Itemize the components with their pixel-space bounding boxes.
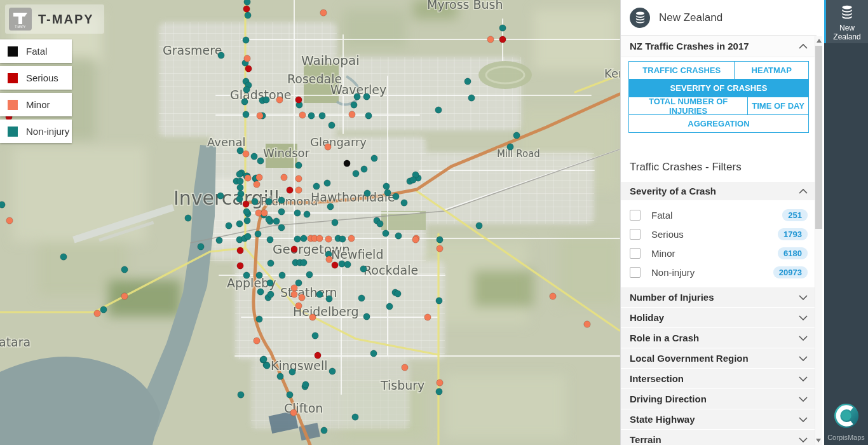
crash-dot-non_injury[interactable] — [217, 193, 224, 199]
crash-dot-non_injury[interactable] — [264, 362, 270, 369]
crash-dot-non_injury[interactable] — [278, 209, 285, 215]
button-severity-of-crashes[interactable]: SEVERITY OF CRASHES — [628, 79, 809, 97]
crash-dot-non_injury[interactable] — [351, 102, 357, 108]
crash-dot-non_injury[interactable] — [241, 99, 248, 105]
crash-dot-non_injury[interactable] — [324, 180, 330, 186]
crash-dot-minor[interactable] — [309, 314, 316, 320]
crash-dot-non_injury[interactable] — [294, 210, 301, 216]
crash-dot-non_injury[interactable] — [384, 189, 391, 196]
crash-dot-minor[interactable] — [291, 291, 297, 298]
crash-dot-minor[interactable] — [325, 236, 332, 242]
crash-dot-minor[interactable] — [437, 245, 443, 252]
crash-dot-non_injury[interactable] — [243, 37, 249, 43]
crash-dot-serious[interactable] — [243, 201, 249, 207]
checkbox-serious[interactable] — [630, 229, 641, 240]
crash-dot-non_injury[interactable] — [401, 200, 407, 206]
checkbox-fatal[interactable] — [630, 210, 641, 221]
crash-dot-non_injury[interactable] — [236, 221, 243, 227]
crash-dot-non_injury[interactable] — [252, 198, 258, 205]
crash-dot-non_injury[interactable] — [358, 295, 365, 301]
section-driving-direction[interactable]: Driving Direction — [621, 389, 817, 409]
crash-dot-non_injury[interactable] — [255, 231, 261, 237]
crash-dot-serious[interactable] — [332, 262, 338, 268]
crash-dot-minor[interactable] — [261, 210, 268, 216]
crash-dot-non_injury[interactable] — [245, 12, 251, 18]
crash-dot-minor[interactable] — [291, 285, 297, 291]
crash-dot-non_injury[interactable] — [60, 254, 67, 260]
crash-dot-non_injury[interactable] — [329, 368, 336, 374]
crash-dot-non_injury[interactable] — [354, 93, 360, 100]
crash-dot-non_injury[interactable] — [278, 197, 285, 203]
button-aggregation[interactable]: AGGREGATION — [628, 114, 809, 133]
crash-dot-non_injury[interactable] — [243, 272, 250, 278]
crash-dot-non_injury[interactable] — [278, 224, 285, 231]
crash-dot-serious[interactable] — [245, 65, 252, 72]
crash-dot-minor[interactable] — [276, 97, 283, 103]
crash-dot-non_injury[interactable] — [465, 78, 471, 85]
crash-dot-minor[interactable] — [121, 293, 128, 299]
crash-dot-non_injury[interactable] — [363, 93, 370, 100]
dataset-item-new-zealand[interactable]: New Zealand — [824, 0, 868, 43]
crash-dot-non_injury[interactable] — [319, 113, 325, 119]
crash-dot-non_injury[interactable] — [435, 107, 442, 113]
crash-dot-non_injury[interactable] — [279, 272, 285, 278]
crash-dot-non_injury[interactable] — [363, 313, 370, 320]
crash-dot-minor[interactable] — [290, 409, 297, 416]
button-heatmap[interactable]: HEATMAP — [734, 61, 809, 79]
crash-dot-non_injury[interactable] — [243, 111, 249, 118]
crash-dot-minor[interactable] — [295, 175, 302, 182]
crash-dot-minor[interactable] — [295, 303, 302, 309]
crash-dot-serious[interactable] — [499, 36, 506, 43]
crash-dot-non_injury[interactable] — [393, 193, 399, 200]
crash-dot-minor[interactable] — [325, 144, 331, 150]
crash-dot-non_injury[interactable] — [295, 162, 302, 168]
crash-dot-non_injury[interactable] — [301, 259, 307, 266]
crash-dot-non_injury[interactable] — [100, 306, 107, 313]
crash-dot-non_injury[interactable] — [273, 218, 280, 224]
crash-dot-minor[interactable] — [326, 256, 332, 263]
crash-dot-non_injury[interactable] — [257, 289, 264, 295]
crash-dot-minor[interactable] — [437, 380, 443, 386]
crash-dot-minor[interactable] — [245, 175, 251, 181]
crash-dot-non_injury[interactable] — [395, 291, 401, 297]
crash-dot-non_injury[interactable] — [410, 177, 416, 183]
crash-dot-minor[interactable] — [299, 294, 305, 301]
crash-dot-non_injury[interactable] — [251, 153, 257, 160]
crash-dot-non_injury[interactable] — [277, 373, 283, 380]
crash-dot-non_injury[interactable] — [339, 236, 346, 242]
crash-dot-non_injury[interactable] — [243, 209, 250, 215]
crash-dot-minor[interactable] — [299, 112, 306, 118]
crash-dot-minor[interactable] — [254, 181, 260, 188]
crash-dot-non_injury[interactable] — [218, 52, 224, 58]
section-intersection[interactable]: Intersection — [621, 369, 817, 388]
crash-dot-non_injury[interactable] — [304, 211, 310, 217]
crash-dot-non_injury[interactable] — [468, 95, 475, 101]
section-state-highway[interactable]: State Highway — [621, 409, 817, 429]
crash-dot-minor[interactable] — [349, 111, 355, 118]
crash-dot-non_injury[interactable] — [256, 316, 262, 322]
crash-dot-non_injury[interactable] — [507, 144, 513, 150]
crash-dot-non_injury[interactable] — [344, 261, 351, 268]
section-severity-of-a-crash[interactable]: Severity of a Crash — [621, 182, 817, 200]
crash-dot-serious[interactable] — [237, 263, 243, 269]
crash-dot-minor[interactable] — [487, 36, 494, 43]
crash-dot-minor[interactable] — [257, 113, 263, 119]
crash-dot-non_injury[interactable] — [353, 170, 359, 177]
crash-dot-non_injury[interactable] — [244, 217, 250, 224]
crash-dot-non_injury[interactable] — [513, 132, 520, 139]
crash-dot-non_injury[interactable] — [256, 272, 262, 278]
crash-dot-non_injury[interactable] — [329, 122, 335, 128]
crash-dot-non_injury[interactable] — [437, 236, 443, 243]
crash-dot-minor[interactable] — [402, 364, 408, 371]
crash-dot-non_injury[interactable] — [245, 233, 251, 240]
crash-dot-non_injury[interactable] — [216, 237, 222, 243]
crash-dot-minor[interactable] — [550, 293, 556, 299]
crash-dot-minor[interactable] — [348, 235, 355, 242]
crash-dot-serious[interactable] — [291, 246, 297, 252]
crash-dot-minor[interactable] — [243, 151, 249, 157]
crash-dot-non_injury[interactable] — [377, 221, 383, 227]
scrollbar-up-arrow[interactable] — [817, 39, 822, 43]
crash-dot-non_injury[interactable] — [395, 233, 402, 239]
crash-dot-non_injury[interactable] — [198, 243, 204, 250]
section-local-government-region[interactable]: Local Government Region — [621, 348, 817, 368]
